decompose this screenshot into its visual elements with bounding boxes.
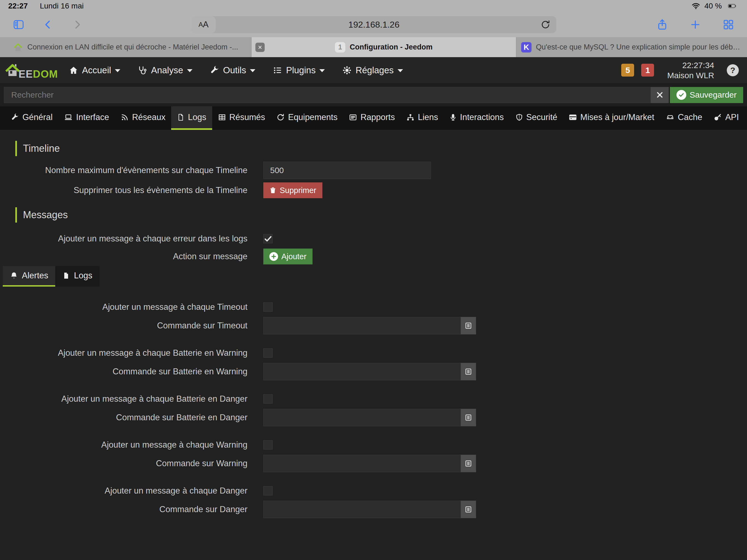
shield-icon <box>515 113 523 121</box>
browser-tab-jeedom-forum[interactable]: Connexion en LAN difficile et qui décroc… <box>0 37 252 57</box>
timeout-checkbox[interactable] <box>263 302 273 312</box>
jeedom-logo[interactable]: EEDOM <box>4 60 58 80</box>
back-icon[interactable] <box>43 19 54 30</box>
alert-group-danger: Ajouter un message à chaque Danger Comma… <box>0 485 747 518</box>
tab-interactions[interactable]: Interactions <box>444 106 509 130</box>
clear-search-button[interactable] <box>651 87 669 103</box>
tab-os-db[interactable]: OS/DB <box>745 106 747 130</box>
section-title-messages: Messages <box>15 207 747 223</box>
chevron-down-icon <box>187 69 192 72</box>
chevron-down-icon <box>319 69 325 72</box>
config-content: Timeline Nombre maximum d'évènements sur… <box>0 130 747 518</box>
command-picker-button[interactable] <box>461 501 476 518</box>
update-count-badge[interactable]: 5 <box>621 64 634 77</box>
tab-resumes[interactable]: Résumés <box>212 106 271 130</box>
rss-icon <box>121 113 129 121</box>
command-label: Commande sur Batterie en Danger <box>0 413 248 423</box>
subtab-logs[interactable]: Logs <box>55 266 99 286</box>
battery-warning-checkbox[interactable] <box>263 348 273 358</box>
max-events-input[interactable] <box>263 161 431 179</box>
danger-command-input[interactable] <box>263 501 461 518</box>
status-date: Lundi 16 mai <box>40 2 84 10</box>
browser-tab-mysql[interactable]: K Qu'est-ce que MySQL ? Une explication … <box>516 37 747 57</box>
tab-cache[interactable]: Cache <box>660 106 708 130</box>
list-select-icon <box>465 414 472 422</box>
tab-securite[interactable]: Securité <box>510 106 563 130</box>
list-check-icon <box>273 66 282 75</box>
tab-interface[interactable]: Interface <box>58 106 115 130</box>
tab-general[interactable]: Général <box>0 106 58 130</box>
forward-icon[interactable] <box>72 19 83 30</box>
clock-time: 22:27:34 <box>667 60 714 70</box>
danger-checkbox[interactable] <box>263 486 273 495</box>
list-select-icon <box>465 368 472 376</box>
command-picker-button[interactable] <box>461 455 476 472</box>
command-picker-button[interactable] <box>461 363 476 380</box>
add-action-button[interactable]: Ajouter <box>263 249 312 264</box>
tab-logs[interactable]: Logs <box>171 106 212 130</box>
subtab-alertes[interactable]: Alertes <box>3 266 55 286</box>
command-picker-button[interactable] <box>461 409 476 426</box>
tab-reseaux[interactable]: Réseaux <box>115 106 171 130</box>
max-events-row: Nombre maximum d'évènements sur chaque T… <box>0 161 747 179</box>
file-icon <box>177 113 185 121</box>
reload-icon[interactable] <box>541 20 550 29</box>
help-icon[interactable]: ? <box>727 64 739 76</box>
message-count-badge[interactable]: 1 <box>641 64 654 77</box>
tab-equipements[interactable]: Equipements <box>271 106 343 130</box>
error-message-checkbox[interactable] <box>263 234 273 244</box>
browser-tab-configuration[interactable]: 1 Configuration - Jeedom <box>252 37 516 57</box>
delete-timeline-button[interactable]: Supprimer <box>263 182 323 198</box>
battery-warning-command-input[interactable] <box>263 363 461 380</box>
warning-checkbox[interactable] <box>263 440 273 450</box>
alert-checkbox-label: Ajouter un message à chaque Batterie en … <box>0 394 248 404</box>
menu-outils[interactable]: Outils <box>210 65 255 75</box>
list-select-icon <box>465 460 472 467</box>
report-icon <box>349 113 357 121</box>
command-picker-button[interactable] <box>461 317 476 334</box>
table-icon <box>218 113 226 121</box>
close-tab-icon[interactable] <box>255 43 265 52</box>
menu-plugins[interactable]: Plugins <box>273 65 325 75</box>
url-text[interactable]: 192.168.1.26 <box>191 20 557 30</box>
chevron-down-icon <box>397 69 403 72</box>
warning-command-input[interactable] <box>263 455 461 472</box>
battery-danger-checkbox[interactable] <box>263 394 273 404</box>
tab-rapports[interactable]: Rapports <box>343 106 401 130</box>
menu-accueil[interactable]: Accueil <box>69 65 120 75</box>
search-row: Sauvegarder <box>0 83 747 106</box>
search-input[interactable] <box>4 87 651 103</box>
action-message-row: Action sur message Ajouter <box>0 249 747 264</box>
tab-api[interactable]: API <box>708 106 745 130</box>
tab-overview-icon[interactable] <box>722 19 735 31</box>
tab-liens[interactable]: Liens <box>401 106 444 130</box>
delete-timeline-row: Supprimer tous les évènements de la Time… <box>0 182 747 198</box>
alert-checkbox-label: Ajouter un message à chaque Batterie en … <box>0 348 248 358</box>
tab-mises-a-jour-market[interactable]: Mises à jour/Market <box>563 106 660 130</box>
menu-analyse[interactable]: Analyse <box>138 65 192 75</box>
wifi-icon <box>691 2 700 10</box>
plus-circle-icon <box>269 252 278 261</box>
alert-group-battery-danger: Ajouter un message à chaque Batterie en … <box>0 393 747 426</box>
section-title-timeline: Timeline <box>15 141 747 156</box>
status-time: 22:27 <box>8 2 28 10</box>
check-circle-icon <box>676 90 686 100</box>
action-message-label: Action sur message <box>0 252 248 261</box>
alert-checkbox-label: Ajouter un message à chaque Danger <box>0 486 248 496</box>
microphone-icon <box>449 113 457 121</box>
browser-tab-title: Configuration - Jeedom <box>350 43 433 51</box>
ipad-screen: 22:27 Lundi 16 mai 40 % ••• AA 192.168.1… <box>0 0 747 560</box>
battery-percent: 40 % <box>704 2 722 10</box>
numbered-badge-favicon: 1 <box>335 42 345 52</box>
save-button[interactable]: Sauvegarder <box>670 87 743 103</box>
bell-icon <box>10 271 18 280</box>
error-message-label: Ajouter un message à chaque erreur dans … <box>0 234 248 244</box>
browser-tab-title: Connexion en LAN difficile et qui décroc… <box>27 43 238 51</box>
battery-danger-command-input[interactable] <box>263 409 461 426</box>
sidebar-icon[interactable] <box>12 19 25 31</box>
menu-reglages[interactable]: Réglages <box>342 65 403 75</box>
address-bar[interactable]: AA 192.168.1.26 <box>191 16 557 33</box>
timeout-command-input[interactable] <box>263 317 461 334</box>
share-icon[interactable] <box>656 18 668 31</box>
new-tab-icon[interactable] <box>690 19 701 30</box>
